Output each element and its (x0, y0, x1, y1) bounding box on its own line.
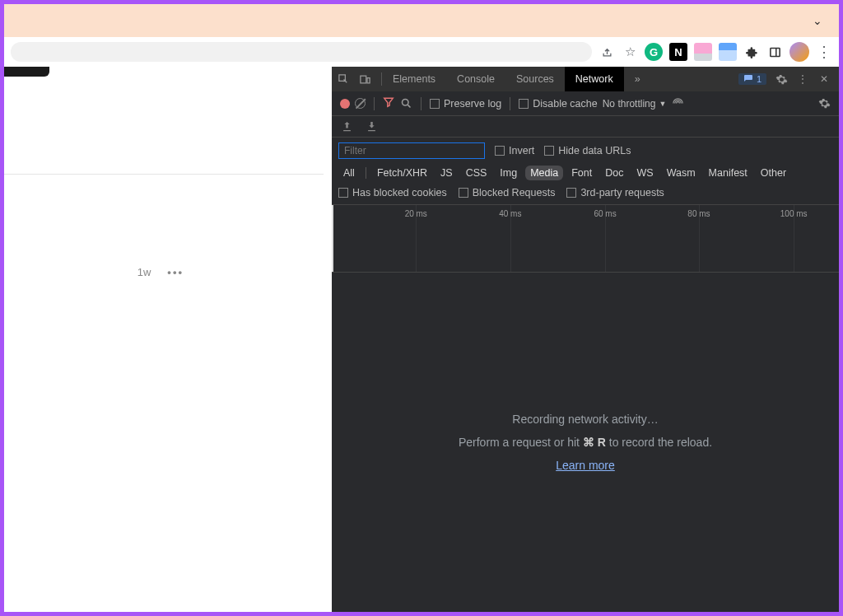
tab-sources[interactable]: Sources (505, 67, 565, 91)
page-content: 1w ••• (4, 67, 332, 612)
filter-row: Invert Hide data URLs (332, 138, 839, 162)
type-js[interactable]: JS (435, 166, 458, 180)
preserve-log-checkbox[interactable]: Preserve log (430, 98, 501, 110)
type-other[interactable]: Other (756, 166, 791, 180)
network-settings-gear-icon[interactable] (817, 97, 831, 110)
close-devtools-icon[interactable]: ✕ (817, 72, 831, 86)
page-element-bar (4, 67, 49, 77)
third-party-checkbox[interactable]: 3rd-party requests (566, 187, 664, 198)
network-empty-state: Recording network activity… Perform a re… (332, 273, 839, 612)
filter-input[interactable] (338, 142, 485, 159)
address-bar[interactable] (11, 42, 592, 62)
svg-rect-0 (770, 48, 779, 56)
type-doc[interactable]: Doc (600, 166, 628, 180)
svg-rect-3 (360, 76, 366, 83)
issues-badge[interactable]: 1 (738, 73, 766, 85)
blocked-requests-checkbox[interactable]: Blocked Requests (459, 187, 556, 198)
timeline-playhead (332, 205, 333, 272)
extensions-icon[interactable] (743, 44, 760, 60)
import-har-icon[interactable] (365, 120, 378, 133)
tab-elements[interactable]: Elements (382, 67, 446, 91)
record-button[interactable] (340, 99, 350, 109)
type-ws[interactable]: WS (631, 166, 658, 180)
devtools-tab-bar: Elements Console Sources Network » 1 ⋮ (332, 67, 839, 91)
extension-notion-icon[interactable]: N (669, 43, 687, 61)
blocked-cookies-checkbox[interactable]: Has blocked cookies (338, 187, 447, 198)
browser-toolbar: ☆ G N ⋮ (4, 37, 839, 67)
tab-network[interactable]: Network (565, 67, 624, 91)
export-har-icon[interactable] (340, 120, 353, 133)
invert-checkbox[interactable]: Invert (495, 145, 534, 156)
share-icon[interactable] (598, 44, 615, 60)
notification-banner: ⌄ (4, 4, 839, 37)
type-wasm[interactable]: Wasm (662, 166, 701, 180)
type-all[interactable]: All (338, 166, 360, 180)
devtools-menu-icon[interactable]: ⋮ (796, 72, 809, 86)
devtools-panel: Elements Console Sources Network » 1 ⋮ (332, 67, 839, 612)
learn-more-link[interactable]: Learn more (556, 459, 615, 472)
divider (4, 174, 324, 175)
profile-avatar[interactable] (789, 42, 809, 62)
extension-pink-icon[interactable] (694, 43, 712, 61)
filter-icon[interactable] (383, 96, 394, 110)
chevron-down-icon[interactable]: ⌄ (813, 14, 822, 27)
empty-instruction: Perform a request or hit ⌘ R to record t… (459, 436, 712, 449)
more-options-icon[interactable]: ••• (167, 266, 184, 278)
svg-line-6 (408, 105, 410, 107)
browser-menu-icon[interactable]: ⋮ (816, 44, 832, 60)
network-timeline[interactable]: 20 ms 40 ms 60 ms 80 ms 100 ms (332, 205, 839, 273)
search-icon[interactable] (399, 97, 412, 110)
type-font[interactable]: Font (566, 166, 597, 180)
resource-type-filter: All Fetch/XHR JS CSS Img Media Font Doc … (332, 162, 839, 184)
side-panel-icon[interactable] (766, 44, 783, 60)
extension-window-icon[interactable] (719, 43, 737, 61)
tab-overflow-icon[interactable]: » (624, 67, 651, 91)
issues-count: 1 (757, 74, 761, 84)
type-img[interactable]: Img (495, 166, 522, 180)
type-manifest[interactable]: Manifest (704, 166, 752, 180)
inspect-element-icon[interactable] (337, 72, 350, 86)
network-toolbar: Preserve log Disable cache No throttling… (332, 91, 839, 116)
network-toolbar-2 (332, 116, 839, 138)
device-toolbar-icon[interactable] (358, 72, 371, 86)
type-fetchxhr[interactable]: Fetch/XHR (372, 166, 432, 180)
empty-title: Recording network activity… (512, 413, 658, 426)
hide-data-urls-checkbox[interactable]: Hide data URLs (544, 145, 631, 156)
bookmark-star-icon[interactable]: ☆ (622, 44, 638, 60)
additional-filters: Has blocked cookies Blocked Requests 3rd… (332, 184, 839, 205)
clear-button[interactable] (355, 98, 366, 109)
disable-cache-checkbox[interactable]: Disable cache (519, 98, 598, 110)
tab-console[interactable]: Console (446, 67, 505, 91)
type-css[interactable]: CSS (461, 166, 492, 180)
post-timestamp: 1w (137, 266, 151, 278)
svg-rect-4 (367, 77, 370, 82)
settings-gear-icon[interactable] (775, 72, 788, 86)
extension-grammarly-icon[interactable]: G (645, 43, 663, 61)
type-media[interactable]: Media (525, 166, 563, 180)
network-conditions-icon[interactable] (671, 97, 684, 110)
throttling-dropdown[interactable]: No throttling ▼ (603, 98, 667, 110)
svg-point-5 (402, 100, 408, 106)
